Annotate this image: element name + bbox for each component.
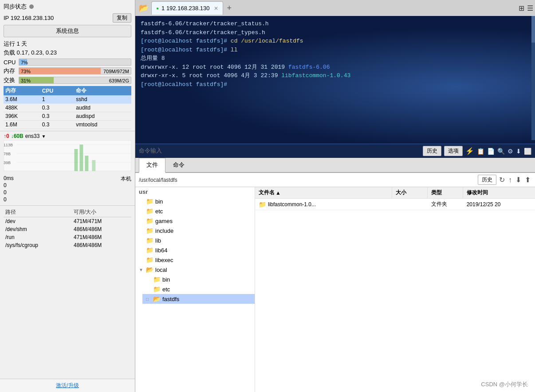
fm-upload-icon[interactable]: ⬆	[524, 175, 531, 185]
terminal-scrollbar[interactable]	[531, 16, 535, 140]
tree-folder-icon-7: 📂	[146, 266, 153, 273]
proc-row-3[interactable]: 1.6M0.3vmtoolsd	[4, 121, 131, 129]
grid-view-icon[interactable]: ⊞	[519, 4, 524, 12]
svg-rect-0	[4, 140, 131, 171]
tree-item-libexec[interactable]: 📁 libexec	[135, 255, 255, 265]
fm-file-type-0: 文件夹	[428, 199, 463, 210]
command-input[interactable]	[139, 148, 419, 154]
svg-rect-8	[79, 145, 83, 171]
term-line-1: fastdfs-6.06/tracker/tracker_types.h	[141, 28, 530, 37]
proc-row-1[interactable]: 488K0.3auditd	[4, 104, 131, 112]
ip-row: IP 192.168.238.130 复制	[4, 13, 131, 23]
fm-refresh-icon[interactable]: ↻	[498, 175, 506, 185]
fm-col-type[interactable]: 类型	[428, 187, 463, 198]
tree-item-etc[interactable]: 📁 etc	[135, 206, 255, 216]
fm-path-actions: 历史 ↻ ↑ ⬇ ⬆	[478, 175, 531, 185]
history-button[interactable]: 历史	[423, 146, 441, 156]
fm-file-size-0	[392, 203, 428, 206]
fm-history-button[interactable]: 历史	[478, 175, 496, 185]
search-icon[interactable]: 🔍	[497, 148, 505, 155]
disk-cell-avail-2: 471M/486M	[72, 233, 131, 241]
tree-label-local-etc: etc	[162, 286, 170, 293]
copy-icon[interactable]: 📋	[477, 148, 484, 155]
disk-row-2[interactable]: /run471M/486M	[4, 233, 131, 241]
tree-folder-icon-2: 📁	[146, 217, 153, 224]
swap-row: 交换 31% 639M/2G	[4, 76, 131, 84]
net-dropdown-icon[interactable]: ▼	[41, 134, 46, 139]
watermark: CSDN @小何学长	[481, 380, 528, 388]
tab-files[interactable]: 文件	[139, 158, 165, 173]
tree-root: usr	[135, 187, 255, 196]
tree-item-fastdfs[interactable]: □ 📂 fastdfs	[142, 294, 255, 304]
fm-col-date[interactable]: 修改时间	[463, 187, 535, 198]
fm-body: usr 📁 bin 📁 etc 📁 games 📁 include	[135, 187, 535, 392]
fm-path-bar: /usr/local/fastdfs 历史 ↻ ↑ ⬇ ⬆	[135, 173, 535, 187]
proc-cell-cpu-0: 1	[40, 95, 75, 104]
local-label: 本机	[121, 175, 131, 204]
tab-label: 1 192.168.238.130	[161, 5, 209, 12]
disk-row-1[interactable]: /dev/shm486M/486M	[4, 225, 131, 233]
copy-button[interactable]: 复制	[113, 13, 131, 23]
tab-1[interactable]: ● 1 192.168.238.130 ✕	[151, 1, 223, 15]
tab-bar: 📂 ● 1 192.168.238.130 ✕ + ⊞ ☰	[135, 0, 535, 16]
sysinfo-button[interactable]: 系统信息	[4, 25, 131, 37]
tree-folder-icon-6: 📁	[146, 256, 153, 263]
fm-download-icon[interactable]: ⬇	[515, 175, 522, 185]
sidebar-top: 同步状态 IP 192.168.238.130 复制 系统信息 运行 1 天 负…	[0, 0, 135, 131]
tree-folder-icon-3: 📁	[146, 227, 153, 234]
fm-col-name[interactable]: 文件名 ▲	[255, 187, 392, 198]
fm-col-size[interactable]: 大小	[392, 187, 428, 198]
tab-cmd[interactable]: 命令	[165, 158, 192, 172]
tree-item-games[interactable]: 📁 games	[135, 216, 255, 226]
main-area: 📂 ● 1 192.168.238.130 ✕ + ⊞ ☰ fastdfs-6.…	[135, 0, 535, 392]
paste-icon[interactable]: 📄	[487, 148, 495, 155]
proc-row-0[interactable]: 3.6M1sshd	[4, 95, 131, 104]
mem-detail: 709M/972M	[103, 68, 129, 75]
swap-pct: 31%	[21, 77, 31, 84]
proc-col-mem[interactable]: 内存	[4, 86, 40, 95]
download-icon[interactable]: ⬇	[516, 148, 521, 155]
disk-cell-path-1: /dev/shm	[4, 225, 72, 233]
proc-col-cmd[interactable]: 命令	[74, 86, 131, 95]
tree-item-local[interactable]: ▼ 📂 local	[135, 265, 255, 274]
fm-up-icon[interactable]: ↑	[507, 175, 513, 185]
sync-label: 同步状态	[4, 3, 27, 11]
disk-row-0[interactable]: /dev471M/471M	[4, 217, 131, 226]
lightning-icon[interactable]: ⚡	[465, 147, 474, 155]
tree-label-etc: etc	[155, 208, 163, 215]
latency-0: 0	[4, 182, 14, 188]
tab-close-icon[interactable]: ✕	[214, 5, 218, 12]
net-download: ↓60B	[11, 133, 24, 139]
latency-2: 0	[4, 196, 14, 203]
activate-link[interactable]: 激活/升级	[56, 382, 79, 388]
fm-file-row-0[interactable]: 📁 libfastcommon-1.0... 文件夹 2019/12/25 20	[255, 199, 535, 210]
sync-row: 同步状态	[4, 3, 131, 11]
menu-icon[interactable]: ☰	[527, 4, 533, 12]
disk-table: 路径 可用/大小 /dev471M/471M/dev/shm486M/486M/…	[4, 208, 131, 249]
folder-icon-button[interactable]: 📂	[137, 1, 150, 15]
svg-rect-9	[85, 156, 88, 171]
add-tab-button[interactable]: +	[224, 3, 234, 14]
disk-cell-avail-1: 486M/486M	[72, 225, 131, 233]
disk-cell-avail-3: 486M/486M	[72, 241, 131, 249]
proc-row-2[interactable]: 396K0.3audispd	[4, 112, 131, 121]
options-button[interactable]: 选项	[444, 146, 463, 156]
tree-item-include[interactable]: 📁 include	[135, 226, 255, 235]
tree-item-local-bin[interactable]: 📁 bin	[142, 274, 255, 284]
settings-icon[interactable]: ⚙	[507, 148, 513, 155]
tree-item-bin[interactable]: 📁 bin	[135, 196, 255, 206]
term-line-2: [root@localhost fastdfs]# cd /usr/local/…	[141, 37, 530, 46]
latency-section: 0ms 0 0 0 本机	[0, 174, 135, 205]
disk-row-3[interactable]: /sys/fs/cgroup486M/486M	[4, 241, 131, 249]
fm-col-name-label: 文件名	[259, 189, 275, 196]
tree-item-local-etc[interactable]: 📁 etc	[142, 284, 255, 294]
expand-icon[interactable]: ⬜	[524, 148, 531, 155]
net-interface: ens33	[25, 133, 40, 139]
mem-bar-container: 73% 709M/972M	[19, 67, 131, 74]
tree-item-lib[interactable]: 📁 lib	[135, 235, 255, 245]
svg-text:39B: 39B	[4, 161, 11, 165]
term-line-6: drwxr-xr-x. 5 root root 4096 4月 3 22:39 …	[141, 71, 530, 80]
tree-item-lib64[interactable]: 📁 lib64	[135, 245, 255, 255]
proc-col-cpu[interactable]: CPU	[40, 86, 75, 95]
disk-cell-path-3: /sys/fs/cgroup	[4, 241, 72, 249]
